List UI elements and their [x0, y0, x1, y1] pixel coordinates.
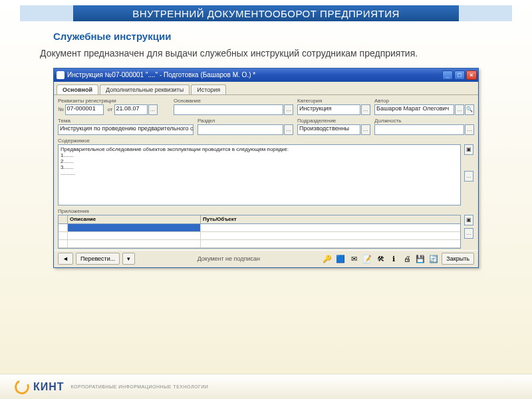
basis-lookup-button[interactable]: … — [284, 104, 293, 115]
arrow-left-button[interactable]: ◄ — [58, 253, 73, 265]
date-prefix: от — [108, 106, 113, 112]
dept-label: Подразделение — [297, 118, 370, 124]
att-col-desc[interactable]: Описание — [68, 215, 201, 223]
close-button[interactable]: × — [466, 70, 477, 80]
note-icon[interactable]: 📝 — [362, 253, 372, 264]
page-footer: КИНТ КОРПОРАТИВНЫЕ ИНФОРМАЦИОННЫЕ ТЕХНОЛ… — [0, 374, 532, 399]
tools-icon[interactable]: 🛠 — [375, 253, 386, 264]
sign-status: Документ не подписан — [138, 255, 319, 262]
banner-title: ВНУТРЕННИЙ ДОКУМЕНТООБОРОТ ПРЕДПРИЯТИЯ — [73, 5, 459, 21]
attachments-grid[interactable] — [58, 224, 461, 249]
logo-ring-icon — [13, 377, 31, 396]
table-row[interactable] — [59, 224, 460, 232]
page-description: Документ предназначен для выдачи служебн… — [40, 47, 492, 60]
basis-input[interactable] — [174, 104, 283, 115]
reg-label: Реквизиты регистрации — [58, 98, 170, 104]
attach-expand-button[interactable]: ▣ — [464, 215, 473, 225]
doc-date-input[interactable]: 21.08.07 — [114, 104, 148, 115]
save-icon[interactable]: 💾 — [415, 253, 426, 264]
position-label: Должность — [374, 118, 474, 124]
minimize-button[interactable]: _ — [442, 70, 453, 80]
position-lookup-button[interactable]: … — [465, 124, 474, 135]
subject-input[interactable]: Инструкция по проведению предварительног… — [58, 124, 194, 135]
brand-name: КИНТ — [33, 381, 65, 393]
key-icon[interactable]: 🔑 — [322, 253, 332, 264]
author-lookup-button[interactable]: … — [455, 104, 464, 115]
content-textarea[interactable]: Предварительное обследование объектов эк… — [58, 144, 461, 205]
section-lookup-button[interactable]: … — [284, 124, 293, 135]
refresh-icon[interactable]: 🔄 — [428, 253, 439, 264]
tab-history[interactable]: История — [191, 84, 226, 94]
tab-main[interactable]: Основной — [57, 84, 98, 94]
translate-button[interactable]: Перевести... — [76, 253, 120, 265]
category-input[interactable]: Инструкция — [297, 104, 360, 115]
close-footer-button[interactable]: Закрыть — [442, 253, 474, 265]
banner-edge-left — [20, 5, 73, 21]
window-titlebar[interactable]: Инструкция №07-000001 "...." - Подготовк… — [54, 68, 478, 82]
content-lookup-button[interactable]: … — [464, 171, 473, 182]
document-icon — [57, 71, 65, 79]
app-window: Инструкция №07-000001 "...." - Подготовк… — [53, 68, 479, 268]
no-prefix: № — [58, 106, 64, 112]
dept-input[interactable]: Производственны — [297, 124, 360, 135]
table-row[interactable] — [59, 240, 460, 248]
content-expand-button[interactable]: ▣ — [464, 144, 473, 155]
attachments-header: Описание Путь/Объект — [58, 215, 461, 224]
dept-lookup-button[interactable]: … — [361, 124, 370, 135]
doc-number-input[interactable]: 07-000001 — [65, 104, 104, 115]
category-label: Категория — [297, 98, 370, 104]
date-picker-button[interactable]: … — [148, 104, 158, 115]
att-col-path[interactable]: Путь/Объект — [201, 215, 460, 223]
info-icon[interactable]: ℹ — [388, 253, 399, 264]
author-label: Автор — [374, 98, 474, 104]
table-row[interactable] — [59, 232, 460, 240]
tab-extra[interactable]: Дополнительные реквизиты — [100, 84, 190, 94]
attachments-label: Приложения — [58, 208, 474, 214]
page-banner: ВНУТРЕННИЙ ДОКУМЕНТООБОРОТ ПРЕДПРИЯТИЯ — [20, 5, 512, 21]
banner-edge-right — [459, 5, 512, 21]
subject-label: Тема — [58, 118, 194, 124]
category-lookup-button[interactable]: … — [361, 104, 370, 115]
translate-menu-button[interactable]: ▾ — [122, 253, 135, 265]
tabstrip: Основной Дополнительные реквизиты Истори… — [54, 82, 478, 95]
status-bar: ◄ Перевести... ▾ Документ не подписан 🔑 … — [54, 250, 478, 267]
section-label: Раздел — [198, 118, 293, 124]
maximize-button[interactable]: □ — [454, 70, 465, 80]
basis-label: Основание — [174, 98, 293, 104]
brand-tagline: КОРПОРАТИВНЫЕ ИНФОРМАЦИОННЫЕ ТЕХНОЛОГИИ — [71, 384, 209, 389]
print-icon[interactable]: 🖨 — [402, 253, 412, 264]
stamp-icon[interactable]: 🟦 — [335, 253, 346, 264]
page-subtitle: Служебные инструкции — [53, 31, 532, 42]
position-input[interactable] — [374, 124, 464, 135]
author-search-button[interactable]: 🔍 — [465, 104, 474, 115]
mail-icon[interactable]: ✉ — [348, 253, 359, 264]
attach-add-button[interactable]: … — [464, 228, 473, 239]
author-input[interactable]: Башаров Марат Олегович — [374, 104, 454, 115]
section-input[interactable] — [198, 124, 283, 135]
content-label: Содержимое — [58, 138, 474, 144]
window-title: Инструкция №07-000001 "...." - Подготовк… — [67, 71, 441, 78]
form-area: Реквизиты регистрации № 07-000001 от 21.… — [54, 95, 478, 250]
